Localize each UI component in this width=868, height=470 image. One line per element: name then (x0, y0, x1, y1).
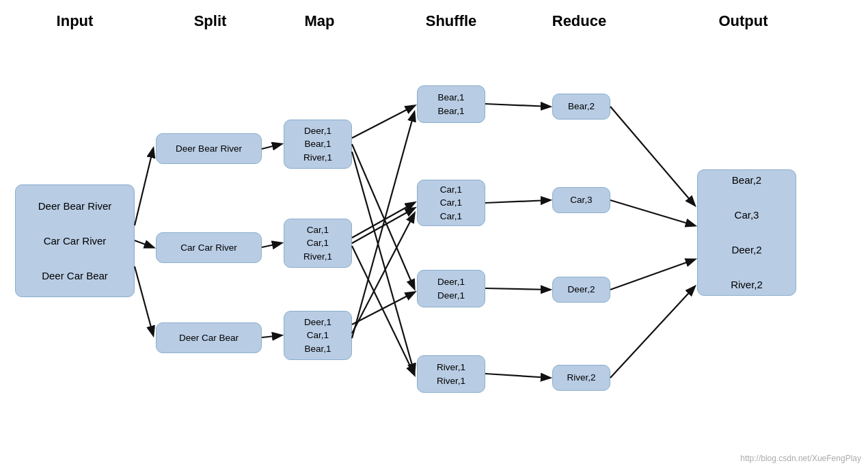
reduce2-node: Car,3 (552, 187, 610, 213)
svg-line-7 (352, 106, 414, 138)
map-stage-label: Map (280, 12, 359, 30)
svg-line-18 (485, 288, 550, 290)
svg-line-13 (352, 292, 414, 324)
svg-line-4 (262, 144, 281, 149)
svg-line-3 (135, 266, 153, 335)
svg-line-23 (610, 287, 694, 378)
svg-line-14 (352, 214, 414, 333)
svg-line-5 (262, 243, 281, 247)
svg-line-21 (610, 200, 694, 225)
shuffle3-node: Deer,1 Deer,1 (417, 270, 485, 307)
split1-node: Deer Bear River (156, 133, 262, 164)
svg-line-11 (352, 246, 414, 374)
input-node: Deer Bear River Car Car River Deer Car B… (15, 184, 135, 297)
svg-line-1 (135, 149, 153, 225)
reduce-stage-label: Reduce (540, 12, 619, 30)
svg-line-16 (485, 104, 550, 107)
shuffle4-node: River,1 River,1 (417, 355, 485, 393)
reduce4-node: River,2 (552, 365, 610, 391)
svg-line-17 (485, 200, 550, 203)
svg-line-19 (485, 374, 550, 378)
svg-line-2 (135, 240, 153, 247)
svg-line-8 (352, 144, 414, 288)
svg-line-6 (262, 335, 281, 337)
svg-line-9 (352, 152, 414, 372)
map2-node: Car,1 Car,1 River,1 (284, 219, 352, 268)
svg-line-12 (352, 208, 414, 243)
map3-node: Deer,1 Car,1 Bear,1 (284, 311, 352, 360)
shuffle-stage-label: Shuffle (410, 12, 492, 30)
svg-line-20 (610, 107, 694, 205)
output-node: Bear,2 Car,3 Deer,2 River,2 (697, 169, 796, 296)
svg-line-22 (610, 260, 694, 290)
split2-node: Car Car River (156, 232, 262, 263)
diagram-container: Input Split Map Shuffle Reduce Output De… (0, 0, 868, 470)
svg-line-15 (352, 113, 414, 338)
reduce1-node: Bear,2 (552, 94, 610, 120)
split3-node: Deer Car Bear (156, 322, 262, 353)
svg-line-10 (352, 203, 414, 238)
reduce3-node: Deer,2 (552, 277, 610, 303)
shuffle1-node: Bear,1 Bear,1 (417, 85, 485, 123)
map1-node: Deer,1 Bear,1 River,1 (284, 120, 352, 169)
watermark: http://blog.csdn.net/XueFengPlay (740, 454, 861, 463)
output-stage-label: Output (690, 12, 796, 30)
split-stage-label: Split (150, 12, 270, 30)
shuffle2-node: Car,1 Car,1 Car,1 (417, 180, 485, 226)
input-stage-label: Input (15, 12, 135, 30)
